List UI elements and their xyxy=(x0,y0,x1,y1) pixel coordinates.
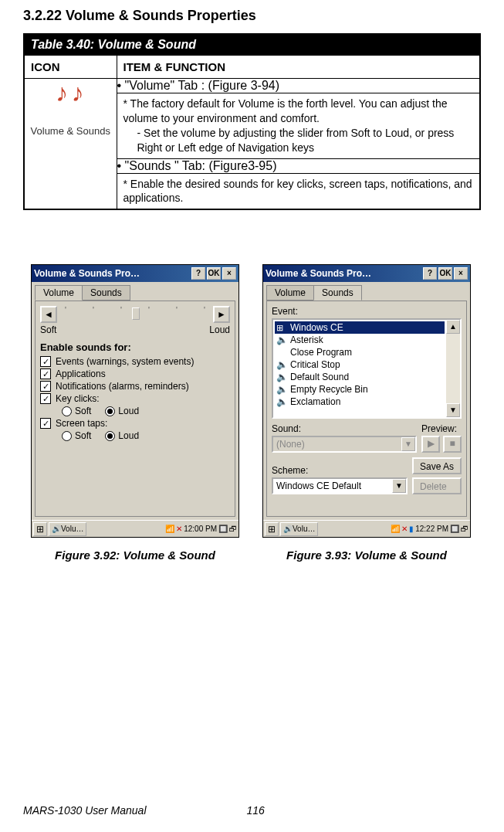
speaker-icon: 🔊 xyxy=(283,525,293,533)
scheme-dropdown[interactable]: Windows CE Default ▼ xyxy=(272,477,408,494)
tray-icon[interactable]: 📶 xyxy=(165,525,174,533)
manual-name: MARS-1030 User Manual xyxy=(23,804,147,817)
key-soft-label: Soft xyxy=(75,406,91,416)
speaker-icon: 🔈 xyxy=(276,372,287,382)
list-item[interactable]: 🔈 Asterisk xyxy=(275,334,445,346)
start-button-2[interactable]: ⊞ xyxy=(265,522,279,536)
sound-dropdown[interactable]: (None) ▼ xyxy=(272,436,417,453)
list-item[interactable]: 🔈 Exclamation xyxy=(275,396,445,408)
sound-field-label: Sound: xyxy=(272,423,417,434)
tab-volume-2[interactable]: Volume xyxy=(266,285,314,301)
scroll-down-button[interactable]: ▼ xyxy=(446,403,460,417)
screen-soft-label: Soft xyxy=(75,430,91,441)
tray-icon-2[interactable]: ✕ xyxy=(401,525,408,533)
volume-tab-label: • "Volume" Tab : (Figure 3-94) xyxy=(117,79,280,92)
notifications-checkbox[interactable]: ✓ xyxy=(40,381,51,392)
taskbar-app-label: Volu… xyxy=(61,525,83,533)
tab-sounds[interactable]: Sounds xyxy=(82,285,130,301)
list-item[interactable]: 🔈 Empty Recycle Bin xyxy=(275,383,445,396)
properties-table: Table 3.40: Volume & Sound ICON ITEM & F… xyxy=(23,33,481,210)
battery-icon[interactable]: ▮ xyxy=(409,525,414,533)
icon-cell: Volume & Sounds xyxy=(24,79,117,210)
tab-volume[interactable]: Volume xyxy=(35,285,83,301)
events-checkbox[interactable]: ✓ xyxy=(40,356,51,367)
figure-caption-1: Figure 3.92: Volume & Sound xyxy=(31,548,239,562)
chevron-down-icon[interactable]: ▼ xyxy=(392,479,406,493)
volume-slider[interactable]: '''''' xyxy=(62,306,208,323)
page-number: 116 xyxy=(247,804,265,817)
events-label: Events (warnings, system events) xyxy=(56,356,194,367)
start-button[interactable]: ⊞ xyxy=(33,522,47,536)
sounds-tab-row: • "Sounds " Tab: (Figure3-95) xyxy=(117,158,480,173)
event-label: Event: xyxy=(272,306,462,317)
speaker-icon: 🔊 xyxy=(52,525,61,533)
col-icon-header: ICON xyxy=(24,56,117,79)
tray-icon-2[interactable]: ✕ xyxy=(176,525,182,533)
titlebar: Volume & Sounds Pro… ? OK × xyxy=(32,265,238,282)
keyclicks-checkbox[interactable]: ✓ xyxy=(40,393,51,404)
list-item[interactable]: 🔈 Critical Stop xyxy=(275,358,445,371)
listbox-scrollbar[interactable]: ▲ ▼ xyxy=(446,320,460,417)
tray-icon-3[interactable]: 🔲 xyxy=(450,525,459,533)
tray-icon-3[interactable]: 🔲 xyxy=(218,525,228,533)
figure-caption-2: Figure 3.93: Volume & Sound xyxy=(262,548,471,562)
stop-button[interactable]: ■ xyxy=(443,436,462,453)
chevron-down-icon[interactable]: ▼ xyxy=(401,437,415,451)
screen-loud-radio[interactable] xyxy=(105,431,115,441)
volume-desc-cell: * The factory default for Volume is the … xyxy=(117,93,480,159)
screen-soft-radio[interactable] xyxy=(62,431,72,441)
list-item-label: Exclamation xyxy=(290,396,340,407)
volume-right-button[interactable]: ► xyxy=(213,306,230,323)
list-item-label: Default Sound xyxy=(290,372,349,382)
save-as-button[interactable]: Save As xyxy=(412,457,462,474)
key-soft-radio[interactable] xyxy=(62,406,72,416)
ok-button-2[interactable]: OK xyxy=(438,267,452,280)
scheme-dropdown-value: Windows CE Default xyxy=(273,481,392,491)
tab-sounds-2[interactable]: Sounds xyxy=(313,285,362,301)
list-item-label: Close Program xyxy=(290,347,352,358)
speaker-icon: 🔈 xyxy=(276,396,287,407)
page-footer: MARS-1030 User Manual 116 xyxy=(23,804,481,817)
list-item[interactable]: 🔈 Close Program xyxy=(275,346,445,358)
sound-dropdown-value: (None) xyxy=(273,439,401,450)
keyclicks-label: Key clicks: xyxy=(56,393,100,404)
list-item-windows-ce[interactable]: ⊞ Windows CE xyxy=(275,321,445,334)
key-loud-label: Loud xyxy=(118,406,139,416)
volume-window: Volume & Sounds Pro… ? OK × Volume Sound… xyxy=(31,264,239,538)
notifications-label: Notifications (alarms, reminders) xyxy=(56,381,189,392)
list-item[interactable]: 🔈 Default Sound xyxy=(275,371,445,383)
preview-label: Preview: xyxy=(421,423,462,434)
windows-icon: ⊞ xyxy=(276,323,287,333)
applications-checkbox[interactable]: ✓ xyxy=(40,368,51,379)
key-loud-radio[interactable] xyxy=(105,406,115,416)
close-button[interactable]: × xyxy=(222,267,236,280)
sounds-desc-cell: * Enable the desired sounds for key clic… xyxy=(117,173,480,209)
taskbar-clock-2: 12:22 PM xyxy=(415,525,448,533)
tray-icon-4[interactable]: 🗗 xyxy=(461,525,468,533)
tray-icon-4[interactable]: 🗗 xyxy=(229,525,237,533)
window-title-2: Volume & Sounds Pro… xyxy=(266,268,421,279)
taskbar: ⊞ 🔊 Volu… 📶 ✕ 12:00 PM 🔲 🗗 xyxy=(32,520,238,537)
ok-button[interactable]: OK xyxy=(207,267,221,280)
help-button[interactable]: ? xyxy=(191,267,205,280)
list-item-label: Asterisk xyxy=(290,334,323,345)
scroll-up-button[interactable]: ▲ xyxy=(446,320,460,334)
taskbar-app[interactable]: 🔊 Volu… xyxy=(49,522,86,536)
close-button-2[interactable]: × xyxy=(454,267,468,280)
help-button-2[interactable]: ? xyxy=(423,267,437,280)
screentaps-checkbox[interactable]: ✓ xyxy=(40,418,51,429)
volume-left-button[interactable]: ◄ xyxy=(40,306,57,323)
window-title: Volume & Sounds Pro… xyxy=(34,268,190,279)
table-title: Table 3.40: Volume & Sound xyxy=(24,34,480,56)
delete-button[interactable]: Delete xyxy=(412,477,462,494)
list-item-label: Empty Recycle Bin xyxy=(290,384,368,395)
event-listbox[interactable]: ⊞ Windows CE 🔈 Asterisk 🔈 Close Program xyxy=(272,318,462,419)
tray-icon[interactable]: 📶 xyxy=(391,525,400,533)
icon-label: Volume & Sounds xyxy=(29,125,112,137)
volume-desc-sub: - Set the volume by adjusting the slider… xyxy=(123,126,474,155)
scheme-label: Scheme: xyxy=(272,465,408,476)
play-button[interactable]: ▶ xyxy=(421,436,440,453)
taskbar-app-2[interactable]: 🔊 Volu… xyxy=(280,522,318,536)
list-item-label: Windows CE xyxy=(290,322,343,333)
volume-tab-row: • "Volume" Tab : (Figure 3-94) xyxy=(117,79,480,93)
